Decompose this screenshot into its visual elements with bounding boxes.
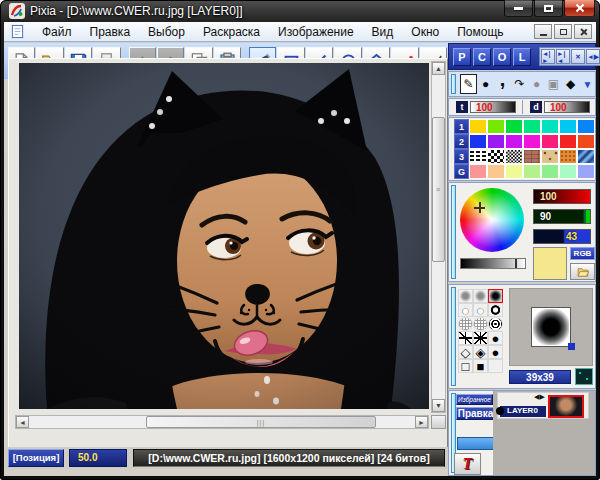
brush-shape-cell[interactable]: ◈ — [473, 345, 488, 359]
palette-cell[interactable] — [541, 164, 559, 179]
menu-item[interactable]: Правка — [81, 23, 140, 41]
palette-cell[interactable] — [469, 119, 487, 134]
palette-cell[interactable] — [469, 164, 487, 179]
scroll-down-button[interactable]: ▼ — [432, 399, 445, 412]
maximize-button[interactable] — [534, 0, 563, 17]
title-bar[interactable]: Pixia - [D:\www.CWER.ru.jpg [LAYER0]] — [0, 0, 600, 22]
section-handle[interactable] — [451, 185, 456, 279]
pencil-icon[interactable]: ✎ — [460, 74, 477, 94]
panel-mode-button-o[interactable]: O — [493, 48, 511, 66]
panel-mode-button-p[interactable]: P — [453, 48, 471, 66]
palette-row-label[interactable]: 2 — [454, 134, 469, 149]
menu-item[interactable]: Окно — [402, 23, 448, 41]
palette-cell[interactable] — [523, 134, 541, 149]
brush-shape-cell[interactable]: ● — [473, 303, 488, 317]
menu-item[interactable]: Выбор — [139, 23, 194, 41]
minimize-button[interactable] — [504, 0, 533, 17]
brightness-slider[interactable] — [460, 258, 526, 269]
brush-shape-cell[interactable] — [488, 317, 503, 331]
brush-shape-cell[interactable] — [458, 317, 473, 331]
palette-cell[interactable] — [577, 134, 595, 149]
brush-shape-cell[interactable]: ● — [488, 345, 503, 359]
section-handle[interactable] — [451, 74, 456, 94]
layer-entry[interactable]: ◀▶ LAYER0 — [497, 392, 589, 419]
red-slider[interactable]: 100 — [533, 189, 591, 204]
palette-cell[interactable] — [541, 119, 559, 134]
palette-cell[interactable] — [487, 119, 505, 134]
open-palette-button[interactable] — [570, 263, 595, 280]
palette-cell[interactable] — [559, 149, 577, 164]
compare-icon[interactable]: ◄▶ — [586, 49, 600, 64]
palette-row-label[interactable]: 1 — [454, 119, 469, 134]
menu-item[interactable]: Вид — [363, 23, 403, 41]
brush-shape-cell[interactable]: □ — [458, 359, 473, 373]
layer-name[interactable]: LAYER0 — [500, 406, 546, 417]
brush-shape-cell[interactable]: ■ — [473, 359, 488, 373]
layer-visibility-dot[interactable] — [496, 407, 504, 415]
rgb-mode-button[interactable]: RGB — [570, 247, 595, 260]
palette-cell[interactable] — [559, 164, 577, 179]
palette-cell[interactable] — [469, 134, 487, 149]
color-wheel[interactable] — [460, 188, 524, 252]
menu-item[interactable]: Файл — [33, 23, 81, 41]
menu-item[interactable]: Изображение — [269, 23, 363, 41]
arc-icon[interactable]: ↷ — [511, 74, 528, 94]
brush-shape-cell[interactable] — [488, 289, 503, 303]
mdi-close-button[interactable] — [574, 24, 592, 39]
brush-shape-cell[interactable]: ● — [458, 303, 473, 317]
vertical-scroll-thumb[interactable]: ≡ — [432, 117, 445, 262]
pan-left-icon[interactable]: ◄|► — [541, 49, 555, 64]
layer-thumbnail[interactable] — [548, 395, 584, 418]
canvas-photo[interactable] — [19, 63, 429, 409]
density-slider[interactable]: 100 — [544, 101, 590, 113]
scroll-left-button[interactable]: ◄ — [16, 416, 29, 428]
palette-cell[interactable] — [523, 119, 541, 134]
pixia-logo-button[interactable]: T — [454, 453, 481, 475]
transparency-slider[interactable]: 100 — [470, 101, 516, 113]
eraser-icon[interactable]: ◆ — [562, 74, 579, 94]
palette-row-label[interactable]: 3 — [454, 149, 469, 164]
palette-cell[interactable] — [559, 119, 577, 134]
palette-cell[interactable] — [523, 149, 541, 164]
panel-mode-button-l[interactable]: L — [513, 48, 531, 66]
palette-cell[interactable] — [505, 149, 523, 164]
palette-cell[interactable] — [523, 164, 541, 179]
menu-item[interactable]: Помощь — [448, 23, 512, 41]
brush-shape-cell[interactable] — [473, 331, 488, 345]
palette-cell[interactable] — [505, 134, 523, 149]
brush-shape-cell[interactable] — [488, 359, 503, 373]
palette-cell[interactable] — [487, 134, 505, 149]
palette-cell[interactable] — [577, 149, 595, 164]
close-view-icon[interactable]: ✕ — [571, 49, 585, 64]
green-slider[interactable]: 90 — [533, 209, 591, 224]
palette-cell[interactable] — [541, 149, 559, 164]
brush-blob-icon[interactable]: , — [494, 74, 511, 94]
panel-mode-button-c[interactable]: C — [473, 48, 491, 66]
palette-cell[interactable] — [559, 134, 577, 149]
favorites-button[interactable]: Избранное — [456, 394, 493, 405]
palette-cell[interactable] — [577, 119, 595, 134]
brush-shape-cell[interactable] — [488, 303, 503, 317]
palette-cell[interactable] — [541, 134, 559, 149]
brush-shape-cell[interactable] — [473, 317, 488, 331]
airbrush-icon[interactable]: ● — [477, 74, 494, 94]
stamp-icon[interactable]: ▣ — [545, 74, 562, 94]
horizontal-scroll-thumb[interactable]: ||| — [146, 416, 376, 428]
expand-icon[interactable]: ▼ — [579, 74, 596, 94]
edit-button[interactable]: Правка — [456, 407, 495, 420]
section-handle[interactable] — [451, 287, 456, 386]
layer-pan-icon[interactable]: ◀▶ — [534, 393, 545, 401]
position-button[interactable]: [Позиция] — [8, 449, 64, 467]
pan-right-icon[interactable]: ►|◄ — [556, 49, 570, 64]
palette-cell[interactable] — [469, 149, 487, 164]
horizontal-scrollbar[interactable]: ◄ ||| ► — [15, 415, 429, 429]
vertical-scrollbar[interactable]: ▲ ≡ ▼ — [431, 61, 446, 413]
brush-shape-cell[interactable]: ● — [488, 331, 503, 345]
mdi-restore-button[interactable] — [554, 24, 572, 39]
brush-shape-cell[interactable] — [473, 289, 488, 303]
brush-shape-cell[interactable] — [458, 289, 473, 303]
round-brush-icon[interactable]: ● — [528, 74, 545, 94]
palette-cell[interactable] — [505, 119, 523, 134]
blue-slider[interactable]: 43 — [533, 229, 591, 244]
brush-shape-cell[interactable] — [458, 331, 473, 345]
